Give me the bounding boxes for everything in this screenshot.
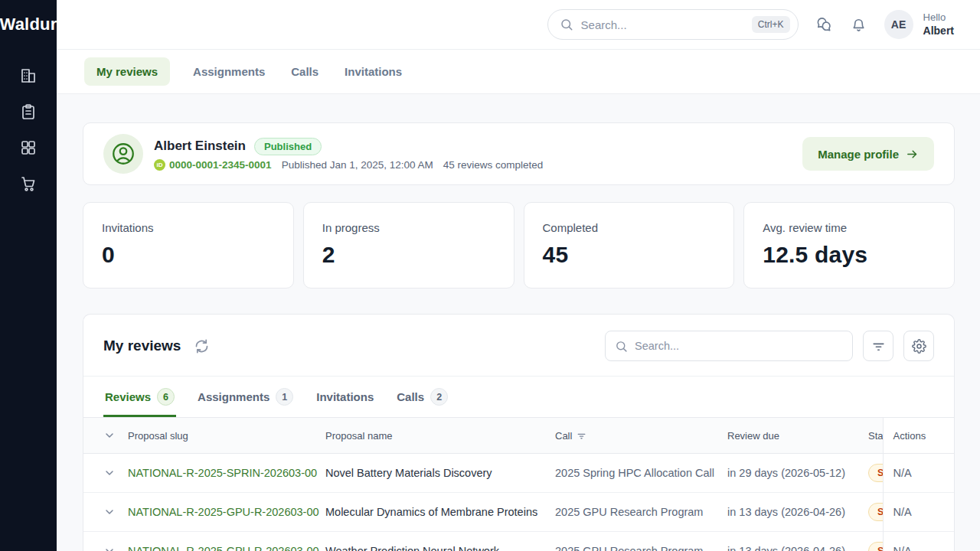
reviews-completed: 45 reviews completed (443, 159, 544, 171)
tab-invitations[interactable]: Invitations (315, 377, 375, 417)
bell-icon[interactable] (850, 16, 867, 34)
stat-value: 45 (543, 242, 716, 268)
column-review-due[interactable]: Review due (721, 418, 862, 454)
table-row[interactable]: NATIONAL-R-2025-GPU-R-202603-00 Weather … (83, 532, 955, 551)
chevron-down-icon[interactable] (103, 467, 116, 479)
count-badge: 1 (276, 388, 293, 406)
review-due: in 13 days (2026-04-26) (721, 532, 862, 551)
tab-label: Reviews (105, 390, 151, 403)
tab-assignments[interactable]: Assignments 1 (196, 377, 295, 417)
reviews-card-title: My reviews (103, 337, 181, 354)
refresh-icon[interactable] (194, 338, 210, 354)
table-search[interactable] (605, 331, 853, 361)
table-row[interactable]: NATIONAL-R-2025-SPRIN-202603-00 Novel Ba… (83, 454, 955, 493)
app-logo: Waldur (0, 15, 57, 34)
tab-invitations[interactable]: Invitations (341, 57, 405, 86)
stat-card-in-progress: In progress 2 (303, 202, 514, 289)
tab-calls[interactable]: Calls (288, 57, 322, 86)
stat-card-invitations: Invitations 0 (83, 202, 294, 289)
table-header-row: Proposal slug Proposal name Call (83, 418, 955, 454)
clipboard-icon (19, 103, 38, 121)
call-name: 2025 GPU Research Program (549, 493, 721, 532)
proposal-name: Novel Battery Materials Discovery (319, 454, 549, 493)
stat-label: Avg. review time (763, 221, 936, 234)
stat-value: 2 (322, 242, 495, 268)
reviews-table: Proposal slug Proposal name Call (83, 418, 955, 551)
column-proposal-slug[interactable]: Proposal slug (122, 418, 319, 454)
column-call[interactable]: Call (549, 418, 721, 454)
tab-label: Assignments (198, 390, 270, 403)
search-icon (560, 18, 573, 31)
tab-assignments[interactable]: Assignments (190, 57, 268, 86)
table-settings-button[interactable] (903, 331, 934, 361)
orcid-value: 0000-0001-2345-0001 (169, 159, 272, 171)
chat-icon[interactable] (815, 16, 833, 34)
review-due: in 13 days (2026-04-26) (721, 493, 862, 532)
orcid-icon: iD (154, 159, 165, 171)
stat-value: 12.5 days (763, 242, 936, 268)
grid-icon (19, 139, 38, 157)
count-badge: 2 (430, 388, 448, 406)
count-badge: 6 (157, 388, 175, 406)
tab-calls[interactable]: Calls 2 (395, 377, 449, 417)
call-name: 2025 Spring HPC Allocation Call (549, 454, 721, 493)
keyboard-shortcut-badge: Ctrl+K (752, 16, 790, 33)
greeting-hello: Hello (923, 11, 954, 24)
tab-my-reviews[interactable]: My reviews (84, 57, 170, 86)
table-search-input[interactable] (635, 340, 843, 352)
manage-profile-button[interactable]: Manage profile (802, 137, 934, 171)
user-avatar[interactable]: AE (884, 10, 913, 39)
column-proposal-name[interactable]: Proposal name (319, 418, 549, 454)
proposal-slug-link[interactable]: NATIONAL-R-2025-GPU-R-202603-00 (128, 545, 319, 551)
proposal-name: Weather Prediction Neural Network (319, 532, 549, 551)
stat-value: 0 (102, 242, 275, 268)
row-actions: N/A (883, 493, 955, 532)
sidebar-item-proposals[interactable] (15, 102, 42, 122)
stat-label: Completed (543, 221, 716, 234)
global-search[interactable]: Ctrl+K (547, 9, 799, 40)
published-status-badge: Published (254, 138, 322, 155)
sidebar-item-marketplace[interactable] (15, 174, 42, 194)
chevron-down-icon[interactable] (103, 545, 116, 551)
greeting-username: Albert (923, 24, 954, 38)
stat-card-completed: Completed 45 (524, 202, 735, 289)
stat-label: In progress (322, 221, 495, 234)
state-badge: Submitted (868, 503, 883, 521)
chevron-down-icon[interactable] (103, 506, 116, 518)
search-icon (615, 340, 628, 353)
filter-button[interactable] (863, 331, 893, 361)
page-tabs: My reviews Assignments Calls Invitations (57, 50, 980, 94)
sidebar: Waldur (0, 0, 57, 551)
sidebar-item-catalog[interactable] (15, 138, 42, 158)
orcid-id[interactable]: iD 0000-0001-2345-0001 (154, 159, 272, 171)
tab-reviews[interactable]: Reviews 6 (103, 377, 176, 417)
tab-label: Invitations (316, 390, 374, 403)
global-search-input[interactable] (581, 18, 752, 31)
person-circle-icon (110, 141, 136, 167)
column-actions: Actions (883, 418, 955, 454)
filter-icon[interactable] (577, 431, 586, 441)
filter-icon (871, 339, 886, 354)
stat-label: Invitations (102, 221, 275, 234)
sidebar-item-organization[interactable] (15, 66, 42, 86)
top-header: Ctrl+K AE Hello Albert (57, 0, 980, 50)
call-name: 2025 GPU Research Program (549, 532, 721, 551)
my-reviews-card: My reviews (83, 314, 955, 551)
column-call-label: Call (555, 430, 572, 442)
chevron-down-icon[interactable] (103, 429, 116, 442)
tab-label: Calls (397, 390, 424, 403)
reviewer-profile-card: Albert Einstein Published iD 0000-0001-2… (83, 122, 955, 185)
stat-card-avg-review-time: Avg. review time 12.5 days (743, 202, 955, 289)
reviews-section-tabs: Reviews 6 Assignments 1 Invitations Call… (83, 377, 954, 418)
published-date: Published Jan 1, 2025, 12:00 AM (282, 159, 433, 171)
proposal-slug-link[interactable]: NATIONAL-R-2025-SPRIN-202603-00 (128, 467, 317, 479)
table-row[interactable]: NATIONAL-R-2025-GPU-R-202603-00 Molecula… (83, 493, 955, 532)
user-greeting: Hello Albert (923, 11, 954, 38)
proposal-name: Molecular Dynamics of Membrane Proteins (319, 493, 549, 532)
proposal-slug-link[interactable]: NATIONAL-R-2025-GPU-R-202603-00 (128, 506, 319, 518)
column-state[interactable]: State (862, 418, 883, 454)
stats-row: Invitations 0 In progress 2 Completed 45… (83, 202, 955, 289)
row-actions: N/A (883, 454, 955, 493)
state-badge: Submitted (868, 464, 883, 482)
profile-avatar (103, 134, 143, 174)
